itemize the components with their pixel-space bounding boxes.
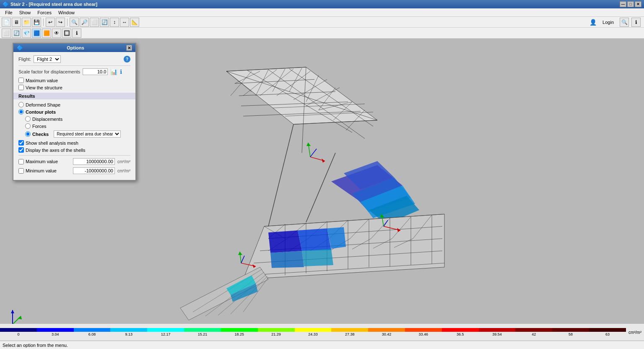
- color-segment: 12.17: [147, 328, 184, 336]
- toolbar-btn-redo[interactable]: ↪: [56, 18, 65, 27]
- dialog-close-button[interactable]: ✕: [126, 45, 132, 51]
- color-swatch: [0, 328, 37, 332]
- color-swatch: [74, 328, 111, 332]
- menu-file[interactable]: File: [2, 9, 16, 16]
- menu-forces[interactable]: Forces: [34, 9, 55, 16]
- show-mesh-label-text: Show shell analysis mesh: [26, 141, 78, 146]
- deformed-shape-radio-label[interactable]: Deformed Shape: [18, 102, 130, 107]
- toolbar-btn-fit[interactable]: ⬜: [90, 18, 99, 27]
- toolbar-btn-open[interactable]: 🖥: [12, 18, 21, 27]
- color-bar: 03.046.089.1312.1715.2118.2521.2924.3327…: [0, 328, 626, 336]
- search-button[interactable]: 🔍: [620, 18, 629, 27]
- min-value-checkbox[interactable]: [18, 168, 24, 174]
- title-bar-buttons: — □ ✕: [620, 1, 641, 7]
- contour-dropdown[interactable]: Required steel area due shear Displaceme…: [54, 130, 121, 138]
- color-swatch: [442, 328, 479, 332]
- toolbar-btn-zoom-out[interactable]: 🔎: [80, 18, 89, 27]
- deformed-shape-radio[interactable]: [18, 102, 24, 107]
- toolbar2-btn-3[interactable]: 💎: [22, 29, 31, 38]
- color-label: 63: [605, 332, 610, 336]
- min-value-input[interactable]: [73, 167, 115, 174]
- scale-icon-2[interactable]: ℹ: [120, 68, 122, 75]
- contour-options: Displacements Forces Checks Required ste…: [25, 116, 130, 138]
- forces-radio-label[interactable]: Forces: [25, 123, 130, 129]
- color-label: 24.33: [308, 332, 318, 336]
- svg-marker-66: [268, 230, 302, 253]
- forces-radio[interactable]: [25, 123, 31, 129]
- help-button[interactable]: ?: [124, 56, 130, 63]
- login-icon: 👤: [589, 19, 597, 26]
- scale-factor-input[interactable]: [83, 68, 108, 75]
- max-value2-input[interactable]: [73, 158, 115, 165]
- color-swatch: [405, 328, 442, 332]
- toolbar-btn-rotate[interactable]: 🔄: [100, 18, 109, 27]
- toolbar2-btn-2[interactable]: 🔄: [12, 29, 21, 38]
- toolbar-btn-zoom-in[interactable]: 🔍: [70, 18, 79, 27]
- toolbar-btn-new[interactable]: 📄: [2, 18, 11, 27]
- display-axes-checkbox-label[interactable]: Display the axes of the shells: [18, 147, 130, 153]
- toolbar-2: ⬜ 🔄 💎 🟦 🟧 👁 🔲 ℹ: [0, 28, 644, 39]
- toolbar2-btn-7[interactable]: 🔲: [62, 29, 71, 38]
- max-value-checkbox-label[interactable]: Maximum value: [18, 78, 130, 83]
- checks-row: Checks Required steel area due shear Dis…: [25, 130, 130, 138]
- flight-select[interactable]: Flight 2 Flight 1 Flight 3: [34, 55, 61, 63]
- minimize-button[interactable]: —: [620, 1, 626, 7]
- toolbar-btn-undo[interactable]: ↩: [46, 18, 55, 27]
- min-value-checkbox-label[interactable]: Minimum value: [18, 168, 57, 174]
- color-swatch: [110, 328, 147, 332]
- display-axes-checkbox[interactable]: [18, 147, 24, 153]
- toolbar-btn-vertical[interactable]: ↕: [110, 18, 119, 27]
- max-value-checkbox[interactable]: [18, 78, 24, 83]
- max-value2-checkbox-label[interactable]: Maximum value: [18, 159, 58, 164]
- contour-plots-radio-label[interactable]: Contour plots: [18, 109, 130, 115]
- color-scale-unit: cm²/m²: [626, 330, 644, 335]
- color-segment: 18.25: [221, 328, 258, 336]
- toolbar-btn-folder[interactable]: 📁: [22, 18, 31, 27]
- color-label: 3.04: [52, 332, 59, 336]
- displacements-label-text: Displacements: [32, 117, 62, 122]
- color-segment: 33.46: [405, 328, 442, 336]
- show-mesh-checkbox-label[interactable]: Show shell analysis mesh: [18, 140, 130, 146]
- info-button[interactable]: ℹ: [631, 18, 641, 27]
- toolbar2-btn-8[interactable]: ℹ: [72, 29, 81, 38]
- svg-marker-67: [298, 228, 331, 251]
- close-button[interactable]: ✕: [635, 1, 641, 7]
- login-button[interactable]: Login: [599, 19, 617, 26]
- color-swatch: [552, 328, 589, 332]
- color-label: 18.25: [235, 332, 244, 336]
- toolbar2-btn-4[interactable]: 🟦: [32, 29, 41, 38]
- color-segment: 39.54: [479, 328, 516, 336]
- show-mesh-checkbox[interactable]: [18, 140, 24, 146]
- max-value2-checkbox[interactable]: [18, 159, 24, 164]
- view-structure-checkbox[interactable]: [18, 85, 24, 90]
- menu-show[interactable]: Show: [16, 9, 34, 16]
- toolbar-btn-save[interactable]: 💾: [32, 18, 41, 27]
- svg-marker-69: [270, 251, 304, 268]
- color-label: 9.13: [125, 332, 133, 336]
- color-segment: 6.08: [74, 328, 111, 336]
- contour-plots-radio[interactable]: [18, 109, 24, 115]
- toolbar-1: 📄 🖥 📁 💾 ↩ ↪ 🔍 🔎 ⬜ 🔄 ↕ ↔ 📐 👤 Login 🔍 ℹ: [0, 17, 644, 28]
- dialog-title-bar[interactable]: 🔷 Options ✕: [13, 44, 135, 52]
- scale-icon-1[interactable]: 📊: [110, 68, 117, 75]
- color-segment: 3.04: [37, 328, 74, 336]
- checks-radio-label[interactable]: Checks: [25, 131, 49, 137]
- color-segment: 30.42: [368, 328, 405, 336]
- color-segment: 63: [589, 328, 626, 336]
- toolbar2-btn-6[interactable]: 👁: [52, 29, 61, 38]
- checks-radio[interactable]: [25, 131, 31, 137]
- min-value-label-text: Minimum value: [26, 168, 57, 173]
- restore-button[interactable]: □: [627, 1, 634, 7]
- dialog-icon: 🔷: [17, 45, 23, 51]
- toolbar2-btn-1[interactable]: ⬜: [2, 29, 11, 38]
- color-label: 39.54: [492, 332, 502, 336]
- toolbar-btn-horizontal[interactable]: ↔: [120, 18, 129, 27]
- toolbar-btn-measure[interactable]: 📐: [130, 18, 139, 27]
- color-label: 42: [532, 332, 536, 336]
- displacements-radio-label[interactable]: Displacements: [25, 116, 130, 122]
- view-structure-checkbox-label[interactable]: View the structure: [18, 85, 130, 90]
- toolbar2-btn-5[interactable]: 🟧: [42, 29, 51, 38]
- color-segment: 42: [515, 328, 552, 336]
- menu-window[interactable]: Window: [55, 9, 78, 16]
- displacements-radio[interactable]: [25, 116, 31, 122]
